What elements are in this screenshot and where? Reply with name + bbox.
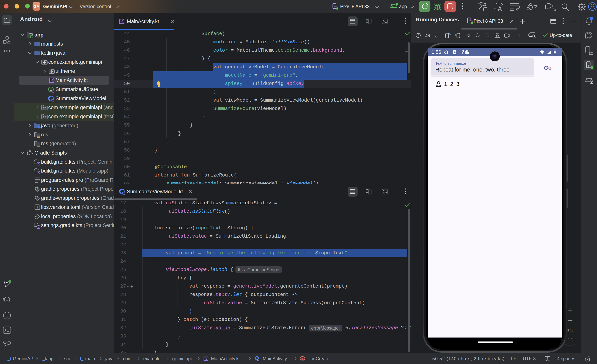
- svg-text:m: m: [301, 357, 304, 360]
- svg-text:T: T: [36, 205, 39, 209]
